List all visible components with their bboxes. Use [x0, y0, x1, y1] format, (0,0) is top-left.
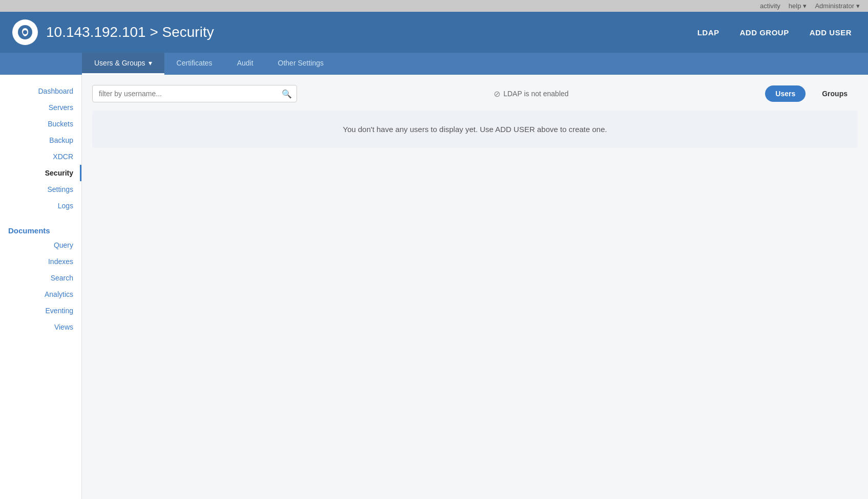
tab-users-groups-label: Users & Groups: [94, 59, 145, 67]
ldap-disabled-icon: ⊘: [494, 89, 500, 99]
sidebar-divider: [0, 214, 81, 222]
search-icon: 🔍: [282, 89, 292, 99]
username-filter-input[interactable]: [92, 85, 297, 102]
admin-chevron-icon: ▾: [856, 2, 860, 10]
add-user-button[interactable]: ADD USER: [806, 26, 856, 39]
view-toggle: Users Groups: [765, 85, 858, 102]
sidebar: Dashboard Servers Buckets Backup XDCR Se…: [0, 75, 82, 499]
help-link[interactable]: help ▾: [789, 2, 807, 10]
admin-link[interactable]: Administrator ▾: [815, 2, 860, 10]
sidebar-item-logs[interactable]: Logs: [0, 198, 81, 214]
top-bar: activity help ▾ Administrator ▾: [0, 0, 868, 12]
sidebar-item-buckets[interactable]: Buckets: [0, 116, 81, 132]
header-actions: LDAP ADD GROUP ADD USER: [693, 26, 856, 39]
ldap-status-text: LDAP is not enabled: [503, 90, 568, 98]
main-layout: Dashboard Servers Buckets Backup XDCR Se…: [0, 75, 868, 499]
activity-label: activity: [760, 2, 780, 10]
groups-view-button[interactable]: Groups: [812, 85, 858, 102]
logo: [12, 19, 38, 45]
admin-label: Administrator: [815, 2, 854, 10]
svg-point-1: [23, 30, 27, 34]
activity-link[interactable]: activity: [760, 2, 780, 10]
subnav: Users & Groups ▾ Certificates Audit Othe…: [0, 53, 868, 75]
sidebar-item-settings[interactable]: Settings: [0, 181, 81, 198]
tab-audit[interactable]: Audit: [225, 53, 266, 75]
content-area: 🔍 ⊘ LDAP is not enabled Users Groups You…: [82, 75, 868, 499]
tab-users-groups[interactable]: Users & Groups ▾: [82, 53, 164, 75]
empty-message: You don't have any users to display yet.…: [343, 125, 607, 134]
sidebar-item-security[interactable]: Security: [0, 165, 81, 181]
sidebar-item-indexes[interactable]: Indexes: [0, 253, 81, 270]
users-view-button[interactable]: Users: [765, 85, 806, 102]
sidebar-item-eventing[interactable]: Eventing: [0, 302, 81, 319]
help-label: help: [789, 2, 801, 10]
tab-certificates-label: Certificates: [177, 59, 213, 67]
tab-certificates[interactable]: Certificates: [164, 53, 225, 75]
ldap-button[interactable]: LDAP: [693, 26, 724, 39]
sidebar-item-servers[interactable]: Servers: [0, 99, 81, 116]
sidebar-item-xdcr[interactable]: XDCR: [0, 148, 81, 165]
ldap-status: ⊘ LDAP is not enabled: [297, 89, 765, 99]
sidebar-item-search[interactable]: Search: [0, 270, 81, 286]
tab-other-settings[interactable]: Other Settings: [266, 53, 336, 75]
tab-other-settings-label: Other Settings: [278, 59, 324, 67]
sidebar-item-dashboard[interactable]: Dashboard: [0, 83, 81, 99]
add-group-button[interactable]: ADD GROUP: [735, 26, 793, 39]
filter-input-wrap: 🔍: [92, 85, 297, 102]
sidebar-item-analytics[interactable]: Analytics: [0, 286, 81, 302]
header: 10.143.192.101 > Security LDAP ADD GROUP…: [0, 12, 868, 53]
sidebar-item-query[interactable]: Query: [0, 237, 81, 253]
tab-audit-label: Audit: [237, 59, 253, 67]
help-chevron-icon: ▾: [803, 2, 807, 10]
empty-state: You don't have any users to display yet.…: [92, 111, 858, 148]
sidebar-group-documents: Documents: [0, 222, 81, 237]
filter-bar: 🔍 ⊘ LDAP is not enabled Users Groups: [92, 85, 858, 102]
header-title: 10.143.192.101 > Security: [46, 24, 693, 40]
sidebar-item-backup[interactable]: Backup: [0, 132, 81, 148]
sidebar-item-views[interactable]: Views: [0, 319, 81, 335]
tab-users-groups-chevron-icon: ▾: [149, 59, 152, 67]
